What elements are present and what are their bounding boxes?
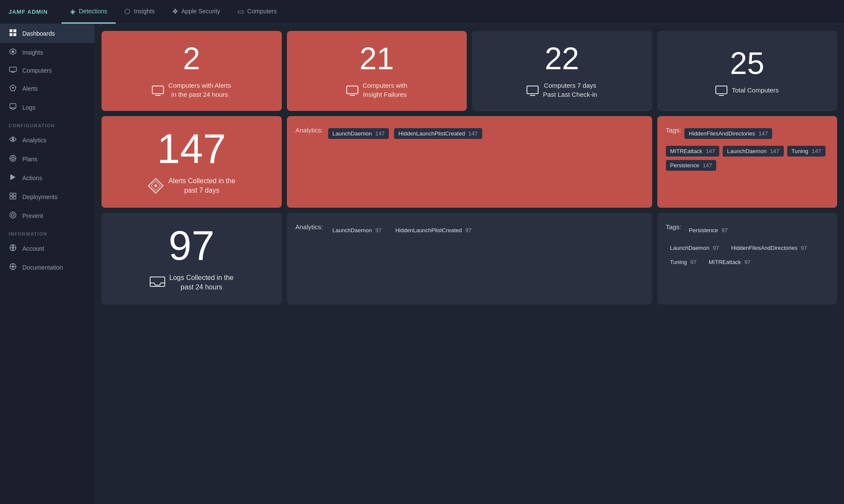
jamf-diamond-icon <box>148 178 164 194</box>
svg-point-26 <box>10 212 16 218</box>
sidebar-item-actions[interactable]: Actions <box>0 169 95 187</box>
tab-detections[interactable]: ◈ Detections <box>62 0 116 24</box>
sidebar-account-label: Account <box>22 245 44 252</box>
analytics-logs-card: Analytics: LaunchDaemon 97 HiddenLaunchP… <box>287 213 652 304</box>
svg-rect-25 <box>13 197 16 199</box>
sidebar-item-computers[interactable]: Computers <box>0 62 95 79</box>
insights-tab-icon: ⬡ <box>124 7 130 15</box>
dashboards-icon <box>9 29 17 38</box>
tags-tag-mitre-alerts[interactable]: MITREattack 147 <box>666 146 720 157</box>
stat-label-row-total: Total Computers <box>715 86 779 95</box>
dashboard-content: 2 Computers with Alerts in the past 24 h… <box>95 24 844 504</box>
stat-logs-collected[interactable]: 97 Logs Collected in the past 24 hours <box>102 213 282 304</box>
sidebar-item-insights[interactable]: Insights <box>0 43 95 62</box>
svg-point-14 <box>12 140 14 142</box>
tag-count: 147 <box>812 148 821 154</box>
stat-alerts-collected[interactable]: 147 Alerts Collected in the past 7 days <box>102 116 282 208</box>
sidebar-item-documentation[interactable]: Documentation <box>0 258 95 277</box>
tags-tag-mitre-logs[interactable]: MITREattack 97 <box>704 257 755 267</box>
sidebar-alerts-label: Alerts <box>22 85 38 92</box>
analytics-tag-hiddenlaunch-alerts[interactable]: HiddenLaunchPlistCreated 147 <box>394 128 482 139</box>
sidebar-item-analytics[interactable]: Analytics <box>0 131 95 150</box>
tag-name: HiddenLaunchPlistCreated <box>398 130 465 137</box>
logs-icon <box>9 103 17 112</box>
tab-detections-label: Detections <box>79 8 107 15</box>
tag-count: 147 <box>702 162 712 169</box>
analytics-alerts-card: Analytics: LaunchDaemon 147 HiddenLaunch… <box>287 116 652 208</box>
tag-name: LaunchDaemon <box>333 227 372 234</box>
sidebar-item-prevent[interactable]: Prevent <box>0 206 95 225</box>
prevent-icon <box>9 211 17 221</box>
tag-count: 97 <box>713 245 719 251</box>
tags-tag-persistence-alerts[interactable]: Persistence 147 <box>666 160 717 171</box>
analytics-tag-launchdaemon-alerts[interactable]: LaunchDaemon 147 <box>328 128 389 139</box>
tab-computers-label: Computers <box>247 8 277 15</box>
tags-tag-persistence-logs[interactable]: Persistence 97 <box>684 225 732 236</box>
tags-tag-hidden-alerts[interactable]: HiddenFilesAndDirectories 147 <box>684 128 772 139</box>
sidebar-logs-label: Logs <box>22 104 35 111</box>
svg-rect-24 <box>10 197 12 199</box>
computers-tab-icon: ▭ <box>237 7 244 15</box>
tag-name: Persistence <box>670 162 699 169</box>
sidebar-item-deployments[interactable]: Deployments <box>0 187 95 206</box>
stat-label-alerts-collected: Alerts Collected in the past 7 days <box>168 176 235 196</box>
tab-computers[interactable]: ▭ Computers <box>229 0 285 24</box>
stat-label-row-alerts-collected: Alerts Collected in the past 7 days <box>148 176 235 196</box>
config-section-label: CONFIGURATION <box>0 117 95 131</box>
sidebar-item-logs[interactable]: Logs <box>0 98 95 117</box>
tag-name: LaunchDaemon <box>670 245 710 251</box>
analytics-tag-launchdaemon-logs[interactable]: LaunchDaemon 97 <box>328 225 386 236</box>
stat-number-alerts: 2 <box>183 43 200 74</box>
tab-apple-security[interactable]: ❖ Apple Security <box>163 0 229 24</box>
monitor-icon-7days <box>527 86 539 94</box>
tab-insights[interactable]: ⬡ Insights <box>116 0 163 24</box>
svg-rect-5 <box>9 67 16 71</box>
stat-computers-insight-failures[interactable]: 21 Computers with Insight Failures <box>287 31 467 111</box>
tags-tag-launch-logs[interactable]: LaunchDaemon 97 <box>666 243 724 253</box>
monitor-icon-alerts <box>152 86 164 94</box>
sidebar-item-dashboards[interactable]: Dashboards <box>0 24 95 43</box>
tag-count: 147 <box>706 148 715 154</box>
svg-point-27 <box>12 214 14 216</box>
tags-tag-tuning-logs[interactable]: Tuning 97 <box>666 257 701 267</box>
sidebar-item-plans[interactable]: Plans <box>0 150 95 169</box>
monitor-icon-insight-failures <box>346 86 358 94</box>
tags-logs-card: Tags: Persistence 97 LaunchDaemon 97 Hid… <box>657 213 838 304</box>
tab-apple-security-label: Apple Security <box>182 8 220 15</box>
stat-total-computers[interactable]: 25 Total Computers <box>657 31 838 111</box>
sidebar-computers-label: Computers <box>22 67 52 74</box>
svg-point-16 <box>12 157 14 160</box>
svg-rect-22 <box>10 193 12 196</box>
analytics-icon <box>9 135 17 145</box>
stat-number-7days: 22 <box>545 43 579 74</box>
tag-name: Tuning <box>670 259 687 265</box>
tag-name: Tuning <box>792 148 808 154</box>
documentation-icon <box>9 263 17 272</box>
stat-computers-7days[interactable]: 22 Computers 7 days Past Last Check-in <box>472 31 652 111</box>
tag-name: LaunchDaemon <box>727 148 767 154</box>
stat-computers-alerts[interactable]: 2 Computers with Alerts in the past 24 h… <box>102 31 282 111</box>
stat-number-total: 25 <box>730 48 764 79</box>
analytics-tag-hiddenlaunch-logs[interactable]: HiddenLaunchPlistCreated 97 <box>391 225 476 236</box>
tags-tag-hidden-logs[interactable]: HiddenFilesAndDirectories 97 <box>727 243 811 253</box>
stat-number-insight-failures: 21 <box>360 43 394 74</box>
sidebar-item-account[interactable]: Account <box>0 239 95 258</box>
tags-tag-launch-alerts[interactable]: LaunchDaemon 147 <box>723 146 784 157</box>
stat-label-row-logs-collected: Logs Collected in the past 24 hours <box>150 273 234 292</box>
sidebar-dashboards-label: Dashboards <box>22 30 55 37</box>
analytics-logs-title: Analytics: <box>296 223 323 230</box>
tags-alerts-container: MITREattack 147 LaunchDaemon 147 Tuning … <box>666 146 829 171</box>
info-section-label: INFORMATION <box>0 225 95 239</box>
sidebar-analytics-label: Analytics <box>22 137 46 144</box>
tag-count: 97 <box>465 227 471 234</box>
stat-label-7days: Computers 7 days Past Last Check-in <box>543 81 597 99</box>
tag-count: 97 <box>744 259 750 265</box>
tag-name: MITREattack <box>670 148 702 154</box>
top-navigation: JAMF ADMIN ◈ Detections ⬡ Insights ❖ App… <box>0 0 844 24</box>
tags-tag-tuning-alerts[interactable]: Tuning 147 <box>787 146 826 157</box>
sidebar-item-alerts[interactable]: Alerts <box>0 79 95 98</box>
sidebar: Dashboards Insights Computers <box>0 24 95 504</box>
svg-point-13 <box>12 137 14 138</box>
svg-rect-9 <box>10 104 16 108</box>
tag-count: 147 <box>468 130 478 137</box>
